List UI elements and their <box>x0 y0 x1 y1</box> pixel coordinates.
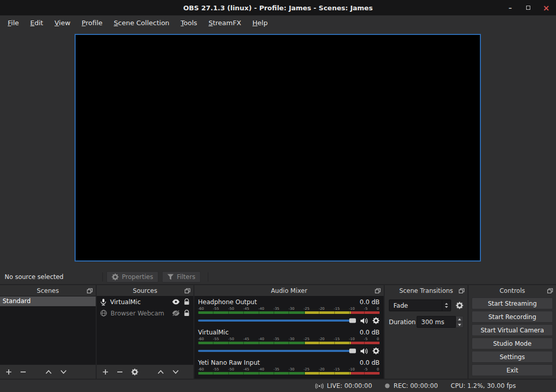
dock-area: Scenes Standard Sources <box>0 284 556 379</box>
meter-scale: -60-55-50-45-40-35-30-25-20-15-10-50 <box>198 367 380 372</box>
scene-up-button[interactable] <box>45 370 52 374</box>
controls-header[interactable]: Controls <box>469 285 556 296</box>
titlebar[interactable]: OBS 27.1.3 (linux) - Profile: James - Sc… <box>0 0 556 15</box>
sources-toolbar <box>97 365 193 379</box>
preview-canvas[interactable] <box>75 34 481 262</box>
window-title: OBS 27.1.3 (linux) - Profile: James - Sc… <box>0 4 556 12</box>
remove-source-button[interactable] <box>117 369 123 375</box>
live-time: LIVE: 00:00:00 <box>327 382 372 389</box>
menu-help[interactable]: Help <box>247 17 273 29</box>
duration-increase-button[interactable] <box>456 316 463 322</box>
lock-icon[interactable] <box>184 298 190 305</box>
source-item-virtualmic[interactable]: VirtualMic <box>97 296 193 307</box>
live-status: LIVE: 00:00:00 <box>315 382 372 389</box>
lock-icon[interactable] <box>184 310 190 316</box>
properties-button-label: Properties <box>122 273 153 281</box>
scenes-panel: Scenes Standard <box>0 285 96 379</box>
visibility-eye-icon[interactable] <box>172 299 180 305</box>
status-bar: LIVE: 00:00:00 REC: 00:00:00 CPU: 1.2%, … <box>0 379 556 392</box>
menu-edit[interactable]: Edit <box>25 17 48 29</box>
volume-slider[interactable] <box>198 350 355 352</box>
popout-icon[interactable] <box>375 288 381 293</box>
source-status-label: No source selected <box>0 273 99 281</box>
source-properties-gear-button[interactable] <box>131 368 138 376</box>
filters-button[interactable]: Filters <box>162 271 201 283</box>
scene-transitions-title: Scene Transitions <box>399 287 453 294</box>
channel-name: Headphone Output <box>198 298 257 306</box>
duration-value: 300 ms <box>421 319 444 326</box>
audio-mixer-list: Headphone Output 0.0 dB -60-55-50-45-40-… <box>194 296 384 379</box>
volume-slider[interactable] <box>198 320 355 322</box>
menu-profile[interactable]: Profile <box>77 17 107 29</box>
menu-tools[interactable]: Tools <box>175 17 202 29</box>
source-label: Browser Webcam <box>111 310 168 317</box>
meter-scale: -60-55-50-45-40-35-30-25-20-15-10-50 <box>198 307 380 311</box>
controls-title: Controls <box>499 287 525 294</box>
popout-icon[interactable] <box>87 288 93 293</box>
volume-slider-handle[interactable] <box>349 319 356 323</box>
maximize-button[interactable] <box>525 4 532 11</box>
scene-transitions-header[interactable]: Scene Transitions <box>385 285 468 296</box>
source-down-button[interactable] <box>172 370 179 374</box>
source-up-button[interactable] <box>157 370 164 374</box>
scene-transitions-panel: Scene Transitions Fade <box>385 285 468 379</box>
channel-name: VirtualMic <box>198 329 229 336</box>
channel-level: 0.0 dB <box>360 359 380 366</box>
volume-meter <box>198 372 380 375</box>
gear-icon[interactable] <box>372 347 380 354</box>
obs-window: OBS 27.1.3 (linux) - Profile: James - Sc… <box>0 0 556 392</box>
visibility-eye-slash-icon[interactable] <box>172 310 180 316</box>
source-item-browser-webcam[interactable]: Browser Webcam <box>97 308 193 319</box>
mixer-channel-headphone-output: Headphone Output 0.0 dB -60-55-50-45-40-… <box>198 298 380 325</box>
popout-icon[interactable] <box>459 288 464 293</box>
menu-view[interactable]: View <box>49 17 76 29</box>
start-streaming-button[interactable]: Start Streaming <box>472 297 553 309</box>
settings-button[interactable]: Settings <box>472 351 553 363</box>
channel-name: Yeti Nano Raw Input <box>198 359 260 366</box>
mixer-channel-yeti-nano: Yeti Nano Raw Input 0.0 dB -60-55-50-45-… <box>198 359 380 375</box>
menu-bar: File Edit View Profile Scene Collection … <box>0 15 556 30</box>
mixer-channel-virtualmic: VirtualMic 0.0 dB -60-55-50-45-40-35-30-… <box>198 329 380 356</box>
microphone-icon <box>100 298 106 306</box>
duration-input[interactable]: 300 ms <box>417 316 456 328</box>
filter-icon <box>167 274 174 280</box>
close-button[interactable]: × <box>543 4 550 11</box>
speaker-icon[interactable] <box>360 318 368 324</box>
gear-icon[interactable] <box>372 317 380 324</box>
add-scene-button[interactable] <box>6 369 12 375</box>
transition-properties-button[interactable] <box>456 302 463 309</box>
rec-time: REC: 00:00:00 <box>393 382 438 389</box>
duration-decrease-button[interactable] <box>456 322 463 328</box>
audio-mixer-header[interactable]: Audio Mixer <box>194 285 384 296</box>
popout-icon[interactable] <box>185 288 190 293</box>
start-recording-button[interactable]: Start Recording <box>472 311 553 323</box>
scene-item-standard[interactable]: Standard <box>0 296 96 306</box>
speaker-icon[interactable] <box>360 348 368 354</box>
menu-file[interactable]: File <box>3 17 24 29</box>
sources-panel: Sources VirtualMic <box>97 285 193 379</box>
start-virtual-camera-button[interactable]: Start Virtual Camera <box>472 324 553 336</box>
add-source-button[interactable] <box>102 369 109 375</box>
source-toolbar: No source selected Properties Filters <box>0 270 556 284</box>
menu-streamfx[interactable]: StreamFX <box>203 17 246 29</box>
maximize-icon <box>526 6 530 10</box>
audio-mixer-title: Audio Mixer <box>271 287 308 294</box>
transition-select[interactable]: Fade <box>389 300 451 311</box>
cpu-fps-status: CPU: 1.2%, 30.00 fps <box>451 382 516 389</box>
scenes-panel-header[interactable]: Scenes <box>0 285 96 296</box>
volume-slider-handle[interactable] <box>349 349 356 353</box>
record-dot-icon <box>385 383 390 388</box>
exit-button[interactable]: Exit <box>472 364 553 376</box>
rec-status: REC: 00:00:00 <box>385 382 438 389</box>
menu-scene-collection[interactable]: Scene Collection <box>109 17 174 29</box>
properties-button[interactable]: Properties <box>106 271 158 283</box>
sources-panel-header[interactable]: Sources <box>97 285 193 296</box>
controls-body: Start Streaming Start Recording Start Vi… <box>469 296 556 379</box>
popout-icon[interactable] <box>547 288 553 293</box>
minimize-button[interactable]: – <box>507 4 514 11</box>
remove-scene-button[interactable] <box>20 369 26 375</box>
studio-mode-button[interactable]: Studio Mode <box>472 338 553 349</box>
duration-stepper <box>456 316 463 328</box>
gear-icon <box>112 273 119 281</box>
scene-down-button[interactable] <box>60 370 67 374</box>
